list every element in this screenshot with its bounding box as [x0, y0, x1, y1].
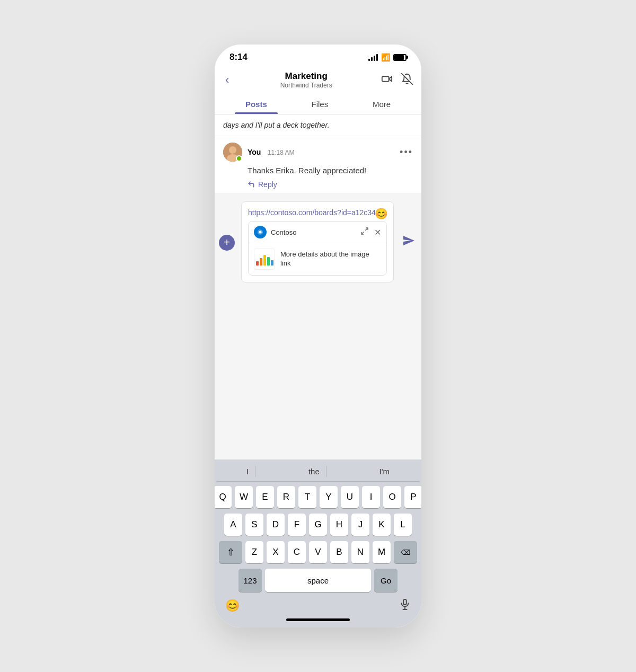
keyboard: I the I'm Q W E R T Y U I O P A S D: [215, 459, 421, 627]
svg-point-4: [229, 146, 236, 154]
key-r[interactable]: R: [277, 486, 295, 508]
svg-line-2: [402, 73, 412, 84]
space-key[interactable]: space: [265, 569, 371, 592]
back-button[interactable]: ‹: [223, 71, 231, 89]
message-header: You 11:18 AM •••: [223, 143, 413, 162]
key-w[interactable]: W: [235, 486, 253, 508]
home-indicator: [286, 618, 350, 621]
wifi-icon: 📶: [381, 53, 390, 61]
header-actions: [381, 73, 413, 87]
svg-point-8: [259, 231, 262, 234]
key-e[interactable]: E: [256, 486, 274, 508]
phone-frame: 8:14 📶 ‹ Marketing Northwi: [215, 45, 421, 627]
svg-rect-0: [382, 76, 389, 81]
tab-bar: Posts Files More: [223, 94, 413, 114]
message-time: 11:18 AM: [268, 149, 295, 156]
status-time: 8:14: [229, 52, 248, 63]
partial-message-text: days and I'll put a deck together.: [223, 121, 330, 129]
reply-button[interactable]: Reply: [248, 180, 413, 189]
keyboard-emoji-button[interactable]: 😊: [225, 599, 240, 613]
message-text: Thanks Erika. Really appreciated!: [248, 165, 413, 176]
status-bar: 8:14 📶: [215, 45, 421, 67]
key-k[interactable]: K: [373, 514, 391, 536]
key-v[interactable]: V: [309, 541, 327, 563]
key-o[interactable]: O: [383, 486, 401, 508]
preview-logo-name: Contoso: [254, 226, 296, 238]
link-preview-body: More details about the image link: [249, 243, 386, 275]
suggestion-1[interactable]: I: [240, 466, 255, 477]
header-title-group: Marketing Northwind Traders: [280, 71, 332, 89]
key-m[interactable]: M: [373, 541, 391, 563]
message-block: You 11:18 AM ••• Thanks Erika. Really ap…: [215, 136, 421, 193]
avatar-wrap: [223, 143, 242, 162]
key-s[interactable]: S: [245, 514, 263, 536]
key-y[interactable]: Y: [320, 486, 338, 508]
key-n[interactable]: N: [351, 541, 369, 563]
delete-key[interactable]: ⌫: [394, 541, 417, 563]
key-u[interactable]: U: [341, 486, 359, 508]
partial-message: days and I'll put a deck together.: [215, 114, 421, 136]
compose-link-text: https://contoso.com/boards?id=a12c34d5: [248, 208, 387, 217]
message-meta: You 11:18 AM: [248, 147, 394, 157]
suggestion-2[interactable]: the: [302, 466, 326, 477]
preview-thumbnail: [254, 249, 275, 270]
message-sender: You: [248, 148, 261, 156]
svg-rect-11: [403, 599, 407, 605]
close-preview-button[interactable]: ✕: [374, 227, 381, 237]
num-key[interactable]: 123: [238, 569, 262, 592]
tab-files[interactable]: Files: [301, 94, 339, 114]
preview-actions: ✕: [360, 227, 381, 237]
key-l[interactable]: L: [394, 514, 412, 536]
svg-line-10: [361, 232, 364, 234]
key-h[interactable]: H: [330, 514, 348, 536]
link-preview-card: Contoso: [248, 221, 387, 276]
chat-area: days and I'll put a deck together.: [215, 114, 421, 459]
keyboard-row-2: A S D F G H J K L: [217, 514, 419, 536]
preview-app-name: Contoso: [271, 228, 296, 236]
keyboard-row-3: ⇧ Z X C V B N M ⌫: [217, 541, 419, 563]
key-g[interactable]: G: [309, 514, 327, 536]
emoji-button[interactable]: 😊: [375, 207, 388, 220]
preview-logo: [254, 226, 267, 238]
app-header: ‹ Marketing Northwind Traders: [215, 67, 421, 114]
reply-label: Reply: [258, 180, 277, 189]
key-d[interactable]: D: [267, 514, 285, 536]
key-j[interactable]: J: [351, 514, 369, 536]
status-icons: 📶: [368, 53, 407, 61]
bell-off-icon[interactable]: [401, 73, 413, 87]
keyboard-mic-button[interactable]: [399, 598, 411, 613]
page-wrapper: 8:14 📶 ‹ Marketing Northwi: [0, 0, 636, 672]
svg-line-9: [365, 228, 368, 231]
channel-title: Marketing: [280, 71, 332, 82]
word-suggestions: I the I'm: [217, 464, 419, 482]
key-c[interactable]: C: [288, 541, 306, 563]
key-q[interactable]: Q: [215, 486, 232, 508]
compose-outer: + https://contoso.com/boards?id=a12c34d5…: [215, 193, 421, 291]
preview-description: More details about the image link: [280, 250, 381, 268]
key-p[interactable]: P: [404, 486, 421, 508]
keyboard-bottom-row: 123 space Go: [217, 569, 419, 592]
link-preview-header: Contoso: [249, 222, 386, 243]
message-options-button[interactable]: •••: [400, 147, 413, 158]
compose-area[interactable]: https://contoso.com/boards?id=a12c34d5 😊: [241, 201, 394, 282]
video-call-icon[interactable]: [381, 73, 393, 87]
key-x[interactable]: X: [267, 541, 285, 563]
tab-posts[interactable]: Posts: [235, 94, 278, 114]
keyboard-row-1: Q W E R T Y U I O P: [217, 486, 419, 508]
key-b[interactable]: B: [330, 541, 348, 563]
send-button[interactable]: [400, 232, 417, 252]
shift-key[interactable]: ⇧: [219, 541, 242, 563]
keyboard-bottom-bar: 😊: [217, 595, 419, 618]
key-a[interactable]: A: [224, 514, 242, 536]
go-key[interactable]: Go: [374, 569, 398, 592]
key-f[interactable]: F: [288, 514, 306, 536]
online-indicator: [236, 155, 242, 162]
key-z[interactable]: Z: [245, 541, 263, 563]
suggestion-3[interactable]: I'm: [373, 466, 396, 477]
add-attachment-button[interactable]: +: [219, 235, 235, 251]
tab-more[interactable]: More: [362, 94, 401, 114]
key-i[interactable]: I: [362, 486, 380, 508]
channel-subtitle: Northwind Traders: [280, 82, 332, 89]
key-t[interactable]: T: [298, 486, 316, 508]
expand-preview-button[interactable]: [360, 227, 369, 237]
